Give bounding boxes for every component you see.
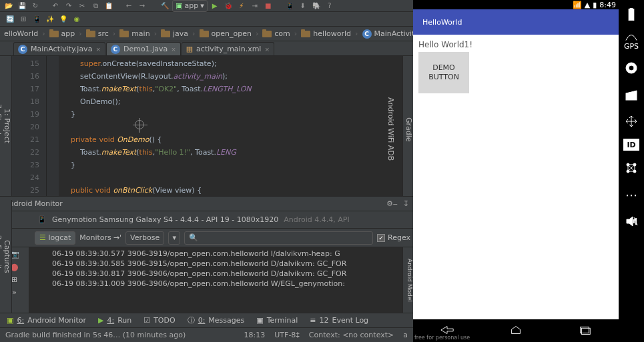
signal-icon: 📶 <box>573 1 582 9</box>
save-icon[interactable]: 💾 <box>16 1 28 11</box>
id-icon[interactable]: ID <box>623 139 639 151</box>
hello-text: Hello World1! <box>418 40 613 49</box>
svg-point-5 <box>629 65 634 71</box>
run-config-label: app <box>184 1 198 10</box>
tool-tab-android-model[interactable]: Android Model <box>402 247 413 313</box>
crumb-app[interactable]: app <box>47 29 78 39</box>
regex-checkbox[interactable]: ✓Regex <box>377 233 410 242</box>
camera-tool-icon[interactable] <box>622 59 641 77</box>
clapper-icon[interactable] <box>622 85 641 104</box>
paste-icon[interactable]: 📋 <box>103 1 115 11</box>
status-encoding[interactable]: UTF-8‡ <box>274 331 300 339</box>
line-gutter: 151617 181920 212223 2425 <box>12 56 47 196</box>
crumb-java[interactable]: java <box>158 29 191 39</box>
wand-icon[interactable]: ✨ <box>44 14 56 25</box>
monitor-title: Android Monitor <box>4 199 63 208</box>
tab-activitymain-xml[interactable]: ▦activity_main.xml× <box>182 42 274 55</box>
debug-icon[interactable]: 🐞 <box>222 1 234 11</box>
tool-tab-gradle[interactable]: Gradle <box>404 117 413 142</box>
code-editor[interactable]: 1: Project 7: Structure 151617 181920 21… <box>0 56 413 196</box>
redo-icon[interactable]: ↷ <box>63 1 75 11</box>
crumb-project[interactable]: elloWorld <box>1 29 41 38</box>
tab-android-monitor[interactable]: ▣6: Android Monitor <box>7 316 86 325</box>
code-content[interactable]: super.onCreate(savedInstanceState); setC… <box>59 56 413 196</box>
gps-icon[interactable]: GPS <box>622 32 641 51</box>
monitor-device-name[interactable]: Genymotion Samsung Galaxy S4 - 4.4.4 - A… <box>52 215 278 224</box>
tab-monitors[interactable]: Monitors→' <box>79 233 121 242</box>
nav-recents-icon[interactable] <box>577 325 592 337</box>
tab-demo1[interactable]: CDemo1.java× <box>106 42 181 55</box>
crumb-pkg3[interactable]: helloworld <box>298 29 354 39</box>
sync-icon[interactable]: 🔄 <box>4 14 16 25</box>
refresh-icon[interactable]: ↻ <box>29 1 41 11</box>
monitor-header: Android Monitor ⚙‒ ↧ <box>0 197 413 211</box>
close-icon[interactable]: × <box>95 46 101 53</box>
stop-icon[interactable]: ■ <box>262 1 274 11</box>
tool-tab-captures[interactable]: Captures <box>3 240 11 273</box>
log-level-chevron[interactable]: ▾ <box>168 231 180 245</box>
back-icon[interactable]: ← <box>123 1 135 11</box>
tool-tab-favorites[interactable]: 2: Favorites <box>0 235 3 278</box>
tab-run[interactable]: ▶4: Run <box>98 316 131 325</box>
undo-icon[interactable]: ↶ <box>49 1 61 11</box>
copy-icon[interactable]: ⧉ <box>89 1 101 11</box>
tab-todo[interactable]: ☑TODO <box>143 316 175 325</box>
attach-debugger-icon[interactable]: ⇥ <box>249 1 261 11</box>
battery-large-icon[interactable] <box>622 5 641 24</box>
crumb-pkg2[interactable]: com <box>260 29 293 39</box>
crumb-main[interactable]: main <box>117 29 152 39</box>
emulator-side-toolbar: GPS ID ⋯ <box>619 0 644 342</box>
tab-messages[interactable]: ⓘ0: Messages <box>188 315 245 325</box>
crumb-class[interactable]: CMainActivity <box>360 29 414 39</box>
tool-tab-adb[interactable]: Android WiFi ADB <box>386 97 395 161</box>
help-icon[interactable]: ? <box>324 1 336 11</box>
gear-icon[interactable]: ⚙‒ <box>386 199 398 208</box>
device-icon[interactable]: 📱 <box>31 14 43 25</box>
expand-down-icon[interactable]: » <box>12 288 17 297</box>
crumb-pkg1[interactable]: open_open <box>197 29 254 39</box>
chat-icon[interactable]: ⋯ <box>622 185 641 204</box>
sync-gradle-icon[interactable]: 🐘 <box>310 1 322 11</box>
demo-button[interactable]: DEMO BUTTON <box>418 52 469 93</box>
status-context[interactable]: Context: <no context> <box>309 331 394 339</box>
bottom-tool-tabs: ▣6: Android Monitor ▶4: Run ☑TODO ⓘ0: Me… <box>0 313 413 327</box>
layout-bounds-icon[interactable]: ⊞ <box>17 14 29 25</box>
close-icon[interactable]: × <box>171 46 176 53</box>
run-icon[interactable]: ▶ <box>209 1 221 11</box>
svg-rect-6 <box>626 93 637 100</box>
volume-icon[interactable] <box>622 212 641 231</box>
log-line: 06-19 08:39:30.577 3906-3919/open_open.c… <box>52 249 398 259</box>
avd-manager-icon[interactable]: 📱 <box>284 1 296 11</box>
log-level-dropdown[interactable]: Verbose <box>125 231 164 245</box>
tool-tab-structure[interactable]: 7: Structure <box>0 104 3 147</box>
build-icon[interactable]: 🔨 <box>159 1 171 11</box>
tab-mainactivity[interactable]: CMainActivity.java× <box>13 42 105 55</box>
forward-icon[interactable]: → <box>136 1 148 11</box>
sdk-manager-icon[interactable]: ⬇ <box>297 1 309 11</box>
tab-event-log[interactable]: ≡12 Event Log <box>310 316 368 325</box>
tab-logcat[interactable]: ☰ logcat <box>35 231 75 245</box>
cut-icon[interactable]: ✂ <box>76 1 88 11</box>
monitor-device-detail: Android 4.4.4, API <box>284 215 349 224</box>
log-line: 06-19 08:39:31.009 3906-3906/open_open.c… <box>52 279 398 289</box>
nav-home-icon[interactable] <box>509 325 523 337</box>
crumb-src[interactable]: src <box>83 29 111 39</box>
close-icon[interactable]: × <box>264 46 270 53</box>
assist-icon[interactable]: 💡 <box>57 14 69 25</box>
move-icon[interactable] <box>622 112 641 131</box>
left-tool-strip: 1: Project 7: Structure <box>0 56 12 196</box>
log-search-input[interactable]: 🔍 <box>184 231 373 245</box>
android-robot-icon[interactable]: ◉ <box>71 14 83 25</box>
monitor-filter-row: ☰ logcat Monitors→' Verbose ▾ 🔍 ✓Regex <box>0 229 413 247</box>
network-icon[interactable] <box>622 159 641 177</box>
main-toolbar: 📂 💾 ↻ ↶ ↷ ✂ ⧉ 📋 ← → 🔨 ▣ app ▾ ▶ 🐞 ⚡ ⇥ ■ … <box>0 0 413 12</box>
layout-inspector-icon[interactable]: ⊞ <box>11 275 17 284</box>
battery-icon: ▮ <box>593 1 597 9</box>
minimize-icon[interactable]: ↧ <box>403 199 409 208</box>
app-title: HelloWorld <box>422 18 462 27</box>
run-config-dropdown[interactable]: ▣ app ▾ <box>172 0 208 12</box>
tool-tab-project[interactable]: 1: Project <box>3 109 11 143</box>
tab-terminal[interactable]: ▣Terminal <box>256 316 298 325</box>
open-icon[interactable]: 📂 <box>3 1 15 11</box>
apply-changes-icon[interactable]: ⚡ <box>236 1 248 11</box>
